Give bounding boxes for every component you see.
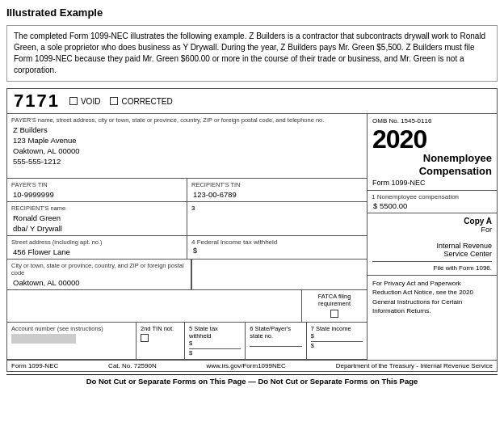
- page-title: Illustrated Example: [6, 6, 498, 19]
- box5-label: 5 State tax withheld: [189, 325, 241, 340]
- recipient-tin-label: RECIPIENT'S TIN: [191, 181, 363, 188]
- payer-city: Oaktown, AL 00000: [11, 146, 363, 155]
- fatca-row: FATCA filing requirement: [7, 290, 367, 323]
- account-cell: Account number (see instructions): [7, 323, 136, 359]
- year-big: 2020: [372, 126, 426, 152]
- omb-line: OMB No. 1545-0116: [372, 117, 492, 124]
- page-container: Illustrated Example The completed Form 1…: [6, 6, 498, 386]
- box3-cell: 3: [187, 202, 367, 235]
- box1-label: 1 Nonemployee compensation: [372, 193, 493, 200]
- box6-label: 6 State/Payer's state no.: [250, 325, 301, 340]
- void-label: VOID: [81, 97, 100, 106]
- recipient-name-cell: RECIPIENT'S name Ronald Green dba/ Y Dry…: [7, 202, 187, 235]
- city-row: City or town, state or province, country…: [7, 260, 367, 290]
- box5-cell: 5 State tax withheld $ $: [185, 323, 246, 359]
- street-label: Street address (including apt. no.): [11, 238, 183, 246]
- corrected-label: CORRECTED: [121, 97, 172, 106]
- box3-label: 3: [191, 205, 363, 212]
- year-compensation: 2020: [372, 126, 492, 152]
- city-label: City or town, state or province, country…: [11, 262, 187, 276]
- compensation-title-text: Nonemployee Compensation: [419, 152, 492, 177]
- account-gray-box: [11, 334, 76, 344]
- form-number: 7171: [14, 91, 60, 112]
- form-body: PAYER'S name, street address, city or to…: [7, 114, 497, 360]
- privacy-section: For Privacy Act and Paperwork Reduction …: [368, 276, 497, 319]
- fatca-right: FATCA filing requirement: [302, 290, 367, 322]
- void-checkbox[interactable]: [69, 97, 78, 105]
- footer-url: www.irs.gov/Form1099NEC: [207, 362, 286, 369]
- year-first: 20: [372, 124, 400, 154]
- box7-cell: 7 State income $ $: [307, 323, 367, 359]
- city-cell: City or town, state or province, country…: [7, 260, 191, 289]
- city-value: Oaktown, AL 00000: [11, 278, 187, 287]
- copy-file: File with Form 1096.: [372, 261, 492, 272]
- form-1099-nec: 7171 VOID CORRECTED PAYER'S name, street…: [6, 88, 498, 372]
- privacy-text: For Privacy Act and Paperwork Reduction …: [372, 280, 473, 314]
- copy-label: Copy A: [372, 217, 492, 226]
- box4-cell: 4 Federal income tax withheld $: [187, 236, 367, 259]
- copy-irs: Internal Revenue Service Center: [372, 234, 492, 258]
- form-type-line: Form 1099-NEC: [372, 179, 492, 187]
- box5-value: $: [189, 340, 241, 347]
- box4-label: 4 Federal income tax withheld: [191, 238, 363, 246]
- box1-value: $ 5500.00: [372, 201, 493, 210]
- account-label: Account number (see instructions): [11, 325, 132, 332]
- payer-name: Z Builders: [11, 125, 363, 134]
- recipient-row: RECIPIENT'S name Ronald Green dba/ Y Dry…: [7, 202, 367, 236]
- box7-value: $: [311, 332, 363, 340]
- corrected-checkbox-item: CORRECTED: [110, 97, 172, 106]
- form-top-bar: 7171 VOID CORRECTED: [7, 89, 497, 114]
- form-footer: Form 1099-NEC Cat. No. 72590N www.irs.go…: [7, 360, 497, 371]
- box4-value: $: [191, 247, 363, 255]
- description-box: The completed Form 1099-NEC illustrates …: [6, 25, 498, 82]
- footer-form: Form 1099-NEC: [11, 362, 58, 369]
- street-value: 456 Flower Lane: [11, 247, 183, 256]
- box5-value2: $: [189, 349, 241, 357]
- box1-section: 1 Nonemployee compensation $ 5500.00: [368, 191, 497, 213]
- copy-section: Copy A For Internal Revenue Service Cent…: [368, 213, 497, 276]
- address-row: Street address (including apt. no.) 456 …: [7, 236, 367, 260]
- void-checkbox-item: VOID: [69, 97, 100, 106]
- description-text: The completed Form 1099-NEC illustrates …: [14, 32, 485, 74]
- street-cell: Street address (including apt. no.) 456 …: [7, 236, 187, 259]
- account-row: Account number (see instructions) 2nd TI…: [7, 323, 367, 360]
- year-second: 20: [400, 124, 427, 154]
- payer-tin-cell: PAYER'S TIN 10-9999999: [7, 179, 187, 201]
- fatca-label: FATCA filing requirement: [306, 293, 363, 307]
- footer-dept: Department of the Treasury - Internal Re…: [336, 362, 493, 369]
- tin2-checkbox[interactable]: [141, 334, 149, 342]
- bottom-line: Do Not Cut or Separate Forms on This Pag…: [6, 374, 498, 386]
- fatca-left: [7, 290, 302, 322]
- compensation-title: Nonemployee Compensation: [372, 152, 492, 177]
- payer-section: PAYER'S name, street address, city or to…: [7, 114, 367, 179]
- box7-value2: $: [311, 342, 363, 349]
- payer-phone: 555-555-1212: [11, 157, 363, 166]
- form-left: PAYER'S name, street address, city or to…: [7, 114, 368, 360]
- payer-tin-label: PAYER'S TIN: [11, 181, 183, 188]
- footer-cat: Cat. No. 72590N: [108, 362, 157, 369]
- recipient-name-label: RECIPIENT'S name: [11, 205, 183, 212]
- box6-cell: 6 State/Payer's state no.: [246, 323, 306, 359]
- tin-row: PAYER'S TIN 10-9999999 RECIPIENT'S TIN 1…: [7, 179, 367, 202]
- copy-for: For: [372, 226, 492, 234]
- recipient-dba: dba/ Y Drywall: [11, 224, 183, 233]
- recipient-name-value: Ronald Green: [11, 213, 183, 222]
- payer-tin-value: 10-9999999: [11, 190, 183, 199]
- tin2-label: 2nd TIN not.: [141, 325, 180, 332]
- right-top: OMB No. 1545-0116 2020 Nonemployee Compe…: [368, 114, 497, 191]
- form-right: OMB No. 1545-0116 2020 Nonemployee Compe…: [368, 114, 497, 360]
- city-right-empty: [191, 260, 368, 289]
- recipient-tin-cell: RECIPIENT'S TIN 123-00-6789: [187, 179, 367, 201]
- state-cells: 5 State tax withheld $ $ 6 State/Payer's…: [185, 323, 367, 359]
- payer-address: 123 Maple Avenue: [11, 136, 363, 145]
- fatca-checkbox[interactable]: [330, 310, 338, 318]
- box7-label: 7 State income: [311, 325, 363, 332]
- payer-field-label: PAYER'S name, street address, city or to…: [11, 116, 363, 124]
- recipient-tin-value: 123-00-6789: [191, 190, 363, 199]
- tin2-cell: 2nd TIN not.: [136, 323, 185, 359]
- corrected-checkbox[interactable]: [110, 97, 118, 105]
